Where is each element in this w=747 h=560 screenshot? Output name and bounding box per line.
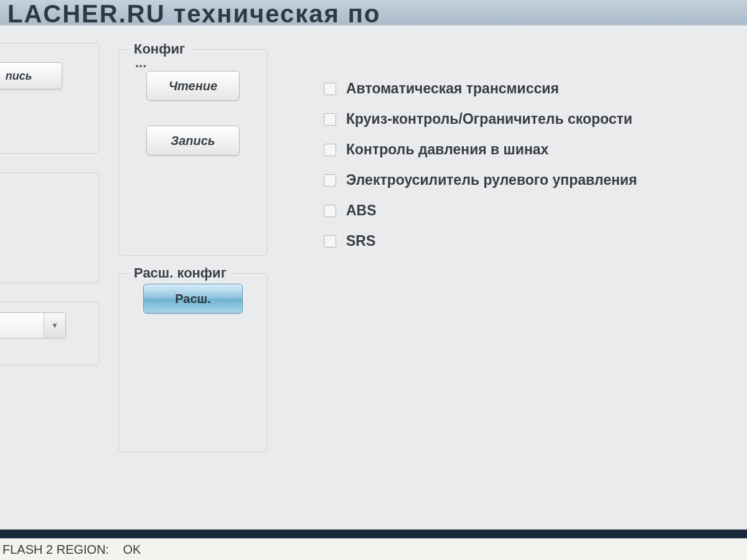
left-group-2 <box>0 172 100 283</box>
option-tire-pressure: Контроль давления в шинах <box>324 141 735 158</box>
write-button[interactable]: Запись <box>146 126 240 156</box>
checkbox-auto-transmission[interactable] <box>324 83 336 95</box>
option-label: Контроль давления в шинах <box>346 141 548 158</box>
left-combo[interactable]: ▼ <box>0 312 66 338</box>
checkbox-tire-pressure[interactable] <box>324 144 336 156</box>
option-label: SRS <box>346 233 375 250</box>
status-value: OK <box>123 543 141 556</box>
checkbox-srs[interactable] <box>324 235 336 248</box>
expand-button[interactable]: Расш. <box>143 284 243 314</box>
option-label: ABS <box>346 202 377 219</box>
config-panel: Конфиг ... Чтение Запись Расш. конфиг Ра… <box>118 32 268 452</box>
ext-config-group: Расш. конфиг Расш. <box>118 273 268 452</box>
config-group: Конфиг ... Чтение Запись <box>118 49 268 256</box>
checkbox-power-steering[interactable] <box>324 174 336 187</box>
option-srs: SRS <box>324 233 735 250</box>
ext-config-group-title: Расш. конфиг <box>129 265 232 281</box>
read-button[interactable]: Чтение <box>146 71 240 101</box>
chevron-down-icon[interactable]: ▼ <box>44 313 65 338</box>
status-label: FLASH 2 REGION: <box>2 543 109 556</box>
app-window: пись ▼ Конфиг ... Чтение Запись Расш. ко… <box>0 25 747 530</box>
option-label: Круиз-контроль/Ограничитель скорости <box>346 111 632 128</box>
checkbox-abs[interactable] <box>324 205 336 217</box>
option-auto-transmission: Автоматическая трансмиссия <box>324 80 735 97</box>
left-group-3: ▼ <box>0 302 100 365</box>
left-group-1: пись <box>0 43 100 154</box>
option-power-steering: Электроусилитель рулевого управления <box>324 172 735 189</box>
config-filename-label: ... <box>135 55 146 71</box>
options-list: Автоматическая трансмиссия Круиз-контрол… <box>324 74 735 263</box>
option-label: Автоматическая трансмиссия <box>346 80 559 97</box>
option-label: Электроусилитель рулевого управления <box>346 172 637 189</box>
left-write-button[interactable]: пись <box>0 62 62 90</box>
option-cruise-control: Круиз-контроль/Ограничитель скорости <box>324 111 735 128</box>
option-abs: ABS <box>324 202 735 219</box>
checkbox-cruise-control[interactable] <box>324 113 336 126</box>
status-bar: FLASH 2 REGION: OK <box>0 538 747 560</box>
left-panel: пись ▼ <box>0 32 106 384</box>
